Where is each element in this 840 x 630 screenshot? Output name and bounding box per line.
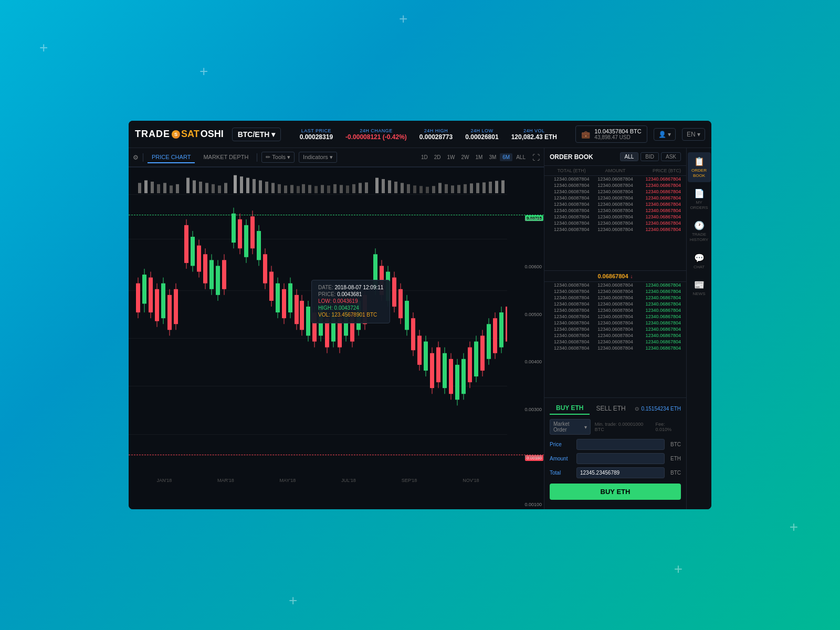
total-label: Total xyxy=(550,470,573,476)
side-icon-trade-history[interactable]: 🕐 TRADEHISTORY xyxy=(688,216,711,246)
logo-text-trade: TRADE xyxy=(135,129,170,140)
svg-rect-3 xyxy=(142,275,146,303)
svg-rect-153 xyxy=(302,184,305,193)
svg-rect-97 xyxy=(424,342,428,371)
plus-deco-6: + xyxy=(289,592,297,609)
price-0.003: 0.00300 xyxy=(509,407,542,412)
price-label: Price xyxy=(550,442,573,447)
buy-row-4: 12340.06087804 12340.06087804 12340.0686… xyxy=(544,301,686,307)
svg-rect-89 xyxy=(398,289,403,318)
price-0.004: 0.00400 xyxy=(509,359,542,364)
time-1m[interactable]: 1M xyxy=(472,153,485,161)
buy-row-6: 12340.06087804 12340.06087804 12340.0686… xyxy=(544,313,686,320)
pair-selector[interactable]: BTC/ETH ▾ xyxy=(232,128,281,141)
fullscreen-button[interactable]: ⛶ xyxy=(532,153,540,162)
buy-tab[interactable]: BUY ETH xyxy=(550,402,590,415)
svg-rect-75 xyxy=(295,295,299,324)
time-1d[interactable]: 1D xyxy=(418,153,430,161)
svg-rect-101 xyxy=(461,359,466,394)
wallet-btc: 10.04357804 BTC xyxy=(594,128,641,134)
svg-rect-182 xyxy=(489,182,492,193)
svg-rect-141 xyxy=(224,183,227,193)
svg-rect-149 xyxy=(278,184,281,193)
chart-area[interactable]: 0.00715 0.00180 0.00800 0.00700 0.00600 … xyxy=(129,167,544,509)
side-icon-news[interactable]: 📰 NEWS xyxy=(688,276,711,301)
sell-row-6: 12340.06087804 12340.06087804 12340.0686… xyxy=(544,207,686,214)
time-all[interactable]: ALL xyxy=(513,153,528,161)
svg-rect-138 xyxy=(205,183,208,193)
tooltip-date-label: DATE: xyxy=(318,285,333,290)
lang-button[interactable]: EN ▾ xyxy=(682,128,705,141)
svg-rect-144 xyxy=(246,178,249,193)
time-1w[interactable]: 1W xyxy=(444,153,457,161)
buy-eth-button[interactable]: BUY ETH xyxy=(550,484,681,500)
user-button[interactable]: 👤 ▾ xyxy=(654,128,676,141)
sell-tab[interactable]: SELL ETH xyxy=(590,403,632,414)
pair-label: BTC/ETH xyxy=(238,130,270,139)
svg-rect-176 xyxy=(451,185,454,193)
svg-rect-154 xyxy=(308,185,311,193)
order-book-header: ORDER BOOK ALL BID ASK xyxy=(544,148,686,166)
svg-rect-130 xyxy=(151,182,154,193)
time-3m[interactable]: 3M xyxy=(486,153,499,161)
svg-rect-169 xyxy=(407,184,410,193)
change-value: -0.00008121 (-0.42%) xyxy=(345,133,407,141)
svg-rect-133 xyxy=(170,185,173,193)
svg-rect-134 xyxy=(176,184,179,193)
stat-24h-low: 24H LOW 0.00026801 xyxy=(465,128,498,141)
min-trade-label: Min. trade: 0.00001000 BTC xyxy=(595,422,652,432)
time-2w[interactable]: 2W xyxy=(458,153,471,161)
svg-rect-177 xyxy=(457,185,460,193)
order-type-select[interactable]: Market Order ▾ xyxy=(550,419,591,435)
svg-rect-103 xyxy=(468,348,472,383)
svg-rect-61 xyxy=(449,359,453,394)
drawing-tools-button[interactable]: ✏ Tools ▾ xyxy=(261,152,295,163)
side-icon-chat[interactable]: 💬 CHAT xyxy=(688,249,711,274)
time-6m[interactable]: 6M xyxy=(500,153,512,161)
my-orders-icon-label: MYORDERS xyxy=(690,200,708,210)
svg-rect-95 xyxy=(417,335,422,364)
total-input[interactable] xyxy=(576,467,665,478)
wallet-usd: 43,898.47 USD xyxy=(594,134,641,140)
svg-rect-136 xyxy=(193,181,196,194)
svg-rect-171 xyxy=(419,186,423,193)
tooltip-high-label: HIGH: xyxy=(318,305,333,311)
settings-button[interactable]: ⚙ xyxy=(133,154,139,161)
svg-rect-164 xyxy=(375,178,379,193)
content-area: ⚙ PRICE CHART MARKET DEPTH ✏ Tools ▾ Ind… xyxy=(129,148,711,509)
svg-rect-41 xyxy=(306,307,310,335)
svg-rect-142 xyxy=(234,175,237,193)
svg-rect-183 xyxy=(495,181,498,193)
chart-toolbar: ⚙ PRICE CHART MARKET DEPTH ✏ Tools ▾ Ind… xyxy=(129,148,544,167)
ob-tab-all[interactable]: ALL xyxy=(620,152,639,161)
svg-rect-37 xyxy=(276,284,280,312)
buy-row-7: 12340.06087804 12340.06087804 12340.0686… xyxy=(544,320,686,326)
svg-rect-148 xyxy=(271,183,275,193)
plus-deco-2: + xyxy=(200,63,208,80)
svg-rect-67 xyxy=(216,266,220,295)
svg-rect-55 xyxy=(392,278,396,307)
ob-tab-bid[interactable]: BID xyxy=(640,152,659,161)
time-2d[interactable]: 2D xyxy=(432,153,444,161)
low-label: 24H LOW xyxy=(470,128,493,133)
tab-price-chart[interactable]: PRICE CHART xyxy=(148,152,195,163)
tooltip-low-value: 0.0043619 xyxy=(333,298,358,304)
logo-text-oshi: OSHI xyxy=(201,129,224,140)
order-type-row: Market Order ▾ Min. trade: 0.00001000 BT… xyxy=(550,419,681,435)
svg-rect-105 xyxy=(474,342,478,377)
svg-rect-156 xyxy=(321,185,324,193)
side-icon-my-orders[interactable]: 📄 MYORDERS xyxy=(688,184,711,214)
trade-history-icon-label: TRADEHISTORY xyxy=(690,232,708,242)
price-labels: 0.00800 0.00700 0.00600 0.00500 0.00400 … xyxy=(507,167,544,509)
price-input[interactable] xyxy=(576,439,665,450)
tab-market-depth[interactable]: MARKET DEPTH xyxy=(199,152,253,163)
svg-rect-115 xyxy=(506,307,507,342)
ob-tab-ask[interactable]: ASK xyxy=(661,152,681,161)
indicators-button[interactable]: Indicators ▾ xyxy=(299,152,337,163)
sell-row-5: 12340.06087804 12340.06087804 12340.0686… xyxy=(544,201,686,207)
separator-1 xyxy=(143,153,143,162)
amount-input[interactable] xyxy=(576,453,665,464)
price-0.005: 0.00500 xyxy=(509,312,542,317)
svg-rect-145 xyxy=(253,179,256,193)
side-icon-order-book[interactable]: 📋 ORDERBOOK xyxy=(688,152,711,182)
